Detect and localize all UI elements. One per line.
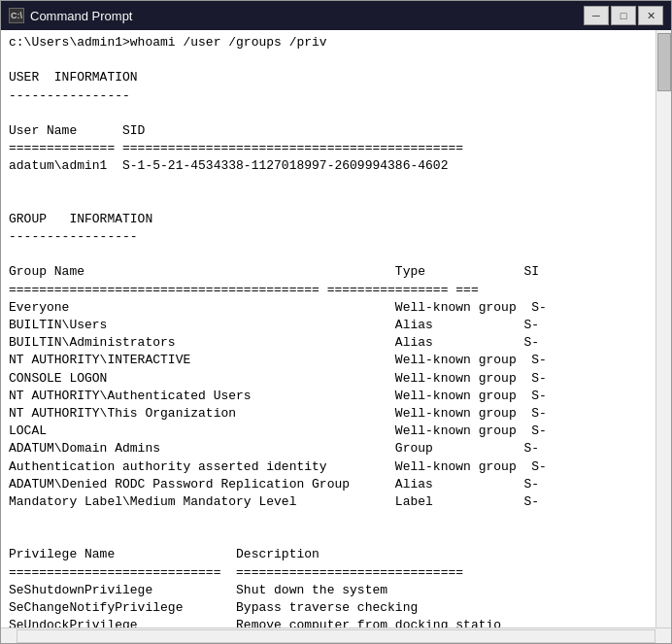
horizontal-scrollbar-track[interactable] [17,629,655,643]
command-prompt-window: C:\ Command Prompt ─ □ ✕ c:\Users\admin1… [0,0,672,644]
title-bar-controls: ─ □ ✕ [584,6,663,25]
window-icon: C:\ [9,8,24,23]
terminal-content: c:\Users\admin1>whoami /user /groups /pr… [1,30,671,627]
maximize-button[interactable]: □ [611,6,636,25]
minimize-button[interactable]: ─ [584,6,609,25]
scrollbar-thumb[interactable] [657,33,671,91]
title-bar: C:\ Command Prompt ─ □ ✕ [1,1,671,30]
terminal-body[interactable]: c:\Users\admin1>whoami /user /groups /pr… [1,30,671,627]
horizontal-scrollbar[interactable] [1,627,671,643]
window-title: Command Prompt [30,9,132,23]
vertical-scrollbar[interactable] [655,30,671,627]
title-bar-left: C:\ Command Prompt [9,8,132,23]
close-button[interactable]: ✕ [638,6,663,25]
